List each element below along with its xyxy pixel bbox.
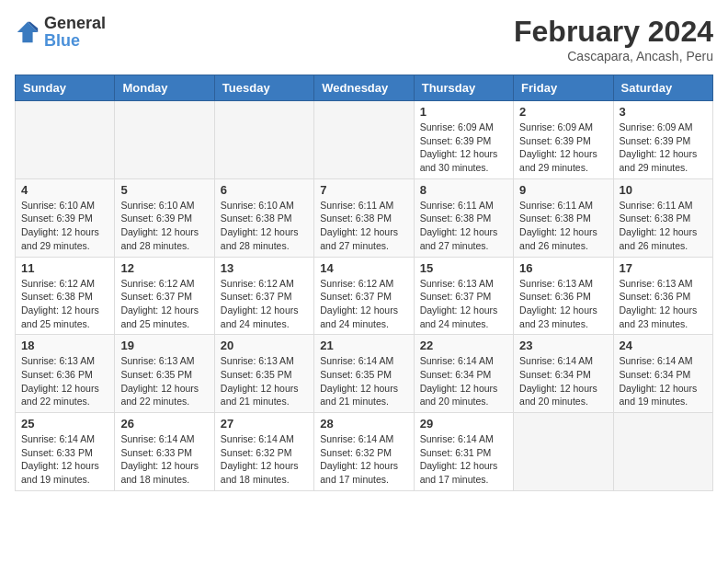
calendar-cell: 14Sunrise: 6:12 AM Sunset: 6:37 PM Dayli… xyxy=(314,257,414,335)
header: General Blue February 2024 Cascapara, An… xyxy=(15,15,713,63)
day-header-tuesday: Tuesday xyxy=(214,75,313,101)
day-info: Sunrise: 6:10 AM Sunset: 6:39 PM Dayligh… xyxy=(21,199,108,253)
day-number: 6 xyxy=(221,183,308,197)
calendar-cell: 28Sunrise: 6:14 AM Sunset: 6:32 PM Dayli… xyxy=(314,413,414,491)
day-number: 20 xyxy=(221,339,308,352)
day-info: Sunrise: 6:14 AM Sunset: 6:33 PM Dayligh… xyxy=(120,432,208,487)
calendar-cell: 3Sunrise: 6:09 AM Sunset: 6:39 PM Daylig… xyxy=(613,101,712,179)
calendar-cell xyxy=(613,413,712,491)
calendar-cell: 1Sunrise: 6:09 AM Sunset: 6:39 PM Daylig… xyxy=(414,101,513,179)
day-number: 18 xyxy=(21,339,108,352)
month-year: February 2024 xyxy=(514,15,713,49)
calendar-cell: 22Sunrise: 6:14 AM Sunset: 6:34 PM Dayli… xyxy=(414,335,513,413)
day-info: Sunrise: 6:12 AM Sunset: 6:37 PM Dayligh… xyxy=(120,277,208,331)
calendar-body: 1Sunrise: 6:09 AM Sunset: 6:39 PM Daylig… xyxy=(16,101,713,491)
calendar-cell: 10Sunrise: 6:11 AM Sunset: 6:38 PM Dayli… xyxy=(613,178,712,257)
calendar-cell xyxy=(16,101,115,179)
calendar-cell: 4Sunrise: 6:10 AM Sunset: 6:39 PM Daylig… xyxy=(16,178,115,257)
day-info: Sunrise: 6:12 AM Sunset: 6:37 PM Dayligh… xyxy=(221,277,308,331)
calendar-week-3: 11Sunrise: 6:12 AM Sunset: 6:38 PM Dayli… xyxy=(16,257,713,335)
calendar-cell xyxy=(314,101,414,179)
day-header-friday: Friday xyxy=(514,75,613,101)
day-info: Sunrise: 6:13 AM Sunset: 6:36 PM Dayligh… xyxy=(21,354,108,408)
day-info: Sunrise: 6:13 AM Sunset: 6:35 PM Dayligh… xyxy=(120,354,208,408)
day-info: Sunrise: 6:11 AM Sunset: 6:38 PM Dayligh… xyxy=(320,199,407,253)
day-number: 9 xyxy=(519,183,607,197)
calendar-cell: 12Sunrise: 6:12 AM Sunset: 6:37 PM Dayli… xyxy=(115,257,214,335)
calendar-week-4: 18Sunrise: 6:13 AM Sunset: 6:36 PM Dayli… xyxy=(16,335,713,413)
calendar-cell: 9Sunrise: 6:11 AM Sunset: 6:38 PM Daylig… xyxy=(514,178,613,257)
svg-marker-0 xyxy=(17,22,38,42)
day-info: Sunrise: 6:13 AM Sunset: 6:35 PM Dayligh… xyxy=(221,354,308,408)
day-number: 11 xyxy=(21,261,108,275)
day-number: 19 xyxy=(120,339,208,352)
logo: General Blue xyxy=(15,15,106,50)
calendar-cell: 29Sunrise: 6:14 AM Sunset: 6:31 PM Dayli… xyxy=(414,413,513,491)
day-number: 27 xyxy=(221,417,308,431)
day-number: 3 xyxy=(620,105,707,119)
day-info: Sunrise: 6:14 AM Sunset: 6:34 PM Dayligh… xyxy=(519,354,607,408)
calendar-cell: 6Sunrise: 6:10 AM Sunset: 6:38 PM Daylig… xyxy=(214,178,313,257)
day-number: 7 xyxy=(320,183,407,197)
day-info: Sunrise: 6:13 AM Sunset: 6:36 PM Dayligh… xyxy=(620,277,707,331)
calendar: SundayMondayTuesdayWednesdayThursdayFrid… xyxy=(15,75,713,491)
day-number: 15 xyxy=(420,261,507,275)
day-number: 24 xyxy=(620,339,707,352)
day-info: Sunrise: 6:09 AM Sunset: 6:39 PM Dayligh… xyxy=(620,121,707,175)
calendar-cell: 18Sunrise: 6:13 AM Sunset: 6:36 PM Dayli… xyxy=(16,335,115,413)
day-number: 26 xyxy=(120,417,208,431)
calendar-cell: 21Sunrise: 6:14 AM Sunset: 6:35 PM Dayli… xyxy=(314,335,414,413)
day-number: 8 xyxy=(420,183,507,197)
calendar-cell: 16Sunrise: 6:13 AM Sunset: 6:36 PM Dayli… xyxy=(514,257,613,335)
day-number: 16 xyxy=(519,261,607,275)
day-info: Sunrise: 6:12 AM Sunset: 6:38 PM Dayligh… xyxy=(21,277,108,331)
day-number: 28 xyxy=(320,417,407,431)
day-info: Sunrise: 6:14 AM Sunset: 6:35 PM Dayligh… xyxy=(320,354,407,408)
calendar-cell: 24Sunrise: 6:14 AM Sunset: 6:34 PM Dayli… xyxy=(613,335,712,413)
day-number: 13 xyxy=(221,261,308,275)
day-number: 12 xyxy=(120,261,208,275)
day-header-monday: Monday xyxy=(115,75,214,101)
calendar-week-1: 1Sunrise: 6:09 AM Sunset: 6:39 PM Daylig… xyxy=(16,101,713,179)
day-info: Sunrise: 6:14 AM Sunset: 6:33 PM Dayligh… xyxy=(21,432,108,487)
calendar-cell: 19Sunrise: 6:13 AM Sunset: 6:35 PM Dayli… xyxy=(115,335,214,413)
logo-icon xyxy=(15,19,40,45)
day-header-saturday: Saturday xyxy=(613,75,712,101)
day-info: Sunrise: 6:14 AM Sunset: 6:34 PM Dayligh… xyxy=(420,354,507,408)
calendar-cell: 25Sunrise: 6:14 AM Sunset: 6:33 PM Dayli… xyxy=(16,413,115,491)
location: Cascapara, Ancash, Peru xyxy=(514,49,713,63)
calendar-cell xyxy=(115,101,214,179)
day-header-wednesday: Wednesday xyxy=(314,75,414,101)
calendar-cell: 27Sunrise: 6:14 AM Sunset: 6:32 PM Dayli… xyxy=(214,413,313,491)
day-number: 29 xyxy=(420,417,507,431)
day-info: Sunrise: 6:14 AM Sunset: 6:31 PM Dayligh… xyxy=(420,432,507,487)
day-number: 21 xyxy=(320,339,407,352)
logo-general: General Blue xyxy=(44,15,106,50)
day-number: 1 xyxy=(420,105,507,119)
calendar-week-5: 25Sunrise: 6:14 AM Sunset: 6:33 PM Dayli… xyxy=(16,413,713,491)
day-info: Sunrise: 6:14 AM Sunset: 6:32 PM Dayligh… xyxy=(221,432,308,487)
day-info: Sunrise: 6:14 AM Sunset: 6:32 PM Dayligh… xyxy=(320,432,407,487)
day-number: 4 xyxy=(21,183,108,197)
calendar-cell xyxy=(514,413,613,491)
day-info: Sunrise: 6:10 AM Sunset: 6:39 PM Dayligh… xyxy=(120,199,208,253)
day-info: Sunrise: 6:09 AM Sunset: 6:39 PM Dayligh… xyxy=(519,121,607,175)
day-info: Sunrise: 6:11 AM Sunset: 6:38 PM Dayligh… xyxy=(620,199,707,253)
day-info: Sunrise: 6:14 AM Sunset: 6:34 PM Dayligh… xyxy=(620,354,707,408)
day-header-thursday: Thursday xyxy=(414,75,513,101)
day-number: 5 xyxy=(120,183,208,197)
calendar-cell: 7Sunrise: 6:11 AM Sunset: 6:38 PM Daylig… xyxy=(314,178,414,257)
calendar-cell: 26Sunrise: 6:14 AM Sunset: 6:33 PM Dayli… xyxy=(115,413,214,491)
day-number: 25 xyxy=(21,417,108,431)
day-info: Sunrise: 6:11 AM Sunset: 6:38 PM Dayligh… xyxy=(420,199,507,253)
calendar-cell xyxy=(214,101,313,179)
day-info: Sunrise: 6:09 AM Sunset: 6:39 PM Dayligh… xyxy=(420,121,507,175)
day-number: 17 xyxy=(620,261,707,275)
calendar-cell: 23Sunrise: 6:14 AM Sunset: 6:34 PM Dayli… xyxy=(514,335,613,413)
day-number: 23 xyxy=(519,339,607,352)
day-number: 14 xyxy=(320,261,407,275)
day-number: 22 xyxy=(420,339,507,352)
calendar-cell: 2Sunrise: 6:09 AM Sunset: 6:39 PM Daylig… xyxy=(514,101,613,179)
calendar-cell: 17Sunrise: 6:13 AM Sunset: 6:36 PM Dayli… xyxy=(613,257,712,335)
day-number: 10 xyxy=(620,183,707,197)
